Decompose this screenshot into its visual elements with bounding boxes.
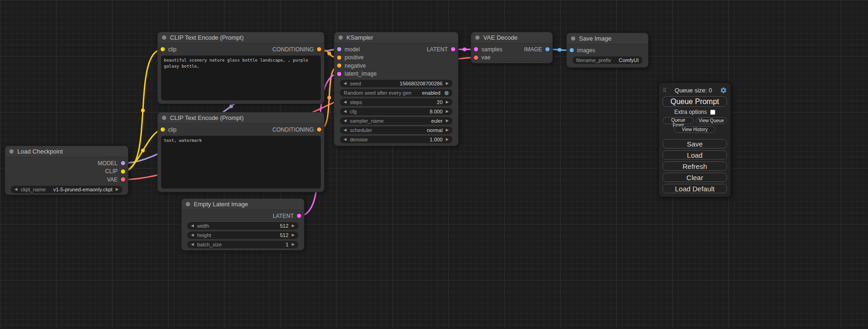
- widget-value: v1-5-pruned-emaonly.ckpt: [53, 187, 113, 192]
- increment-arrow-icon[interactable]: ▶: [292, 233, 295, 237]
- decrement-arrow-icon[interactable]: ◀: [344, 128, 346, 132]
- widget-height[interactable]: ◀ height 512 ▶: [187, 231, 298, 239]
- wire-midpoint-dot: [327, 96, 331, 99]
- widget-value: ComfyUI: [619, 57, 639, 63]
- widget-seed[interactable]: ◀ seed 156680208700286 ▶: [340, 80, 452, 87]
- input-slot-model[interactable]: [337, 47, 341, 51]
- widget-ckpt-name[interactable]: ◀ ckpt_name v1-5-pruned-emaonly.ckpt ▶: [11, 186, 122, 193]
- input-slot-latent-image[interactable]: [337, 72, 341, 76]
- node-ksampler[interactable]: KSampler model LATENT positive: [334, 32, 459, 146]
- node-empty-latent-image[interactable]: Empty Latent Image LATENT ◀ width 512 ▶ …: [181, 198, 304, 251]
- node-collapse-dot[interactable]: [339, 35, 343, 40]
- prompt-text-input[interactable]: beautiful scenery nature glass bottle la…: [161, 56, 321, 101]
- input-slot-clip[interactable]: [161, 47, 165, 51]
- increment-arrow-icon[interactable]: ▶: [446, 128, 449, 132]
- node-collapse-dot[interactable]: [571, 36, 575, 41]
- decrement-arrow-icon[interactable]: ◀: [14, 188, 17, 191]
- node-canvas[interactable]: Load Checkpoint MODEL CLIP VAE: [0, 0, 868, 329]
- output-slot-conditioning[interactable]: [317, 47, 321, 51]
- increment-arrow-icon[interactable]: ▶: [292, 224, 295, 228]
- increment-arrow-icon[interactable]: ▶: [446, 119, 449, 123]
- widget-random-seed-toggle[interactable]: Random seed after every gen enabled: [340, 89, 452, 97]
- queue-prompt-button[interactable]: Queue Prompt: [663, 96, 727, 107]
- node-title-bar[interactable]: CLIP Text Encode (Prompt): [158, 112, 324, 124]
- widget-cfg[interactable]: ◀ cfg 8.000 ▶: [340, 108, 452, 115]
- output-slot-image[interactable]: [545, 47, 550, 51]
- widget-sampler-name[interactable]: ◀ sampler_name euler ▶: [340, 117, 452, 125]
- node-title-bar[interactable]: KSampler: [334, 32, 458, 43]
- node-title-bar[interactable]: CLIP Text Encode (Prompt): [158, 32, 324, 43]
- decrement-arrow-icon[interactable]: ◀: [344, 119, 346, 123]
- view-queue-button[interactable]: View Queue: [696, 117, 727, 124]
- increment-arrow-icon[interactable]: ▶: [446, 110, 449, 113]
- extra-options-checkbox[interactable]: [710, 110, 715, 115]
- output-slot-latent[interactable]: [297, 214, 301, 218]
- node-collapse-dot[interactable]: [186, 202, 190, 206]
- widget-width[interactable]: ◀ width 512 ▶: [187, 222, 298, 230]
- prompt-text-input[interactable]: text, watermark: [161, 136, 321, 189]
- view-history-button[interactable]: View History: [674, 126, 715, 133]
- node-collapse-dot[interactable]: [162, 116, 166, 120]
- input-slot-samples[interactable]: [474, 47, 478, 51]
- increment-arrow-icon[interactable]: ▶: [446, 100, 449, 104]
- widget-denoise[interactable]: ◀ denoise 1.000 ▶: [340, 136, 452, 143]
- node-title-bar[interactable]: Empty Latent Image: [182, 199, 304, 210]
- input-label-vae: vae: [481, 54, 490, 61]
- widget-scheduler[interactable]: ◀ scheduler normal ▶: [340, 126, 452, 134]
- output-slot-latent[interactable]: [451, 47, 455, 51]
- clear-button[interactable]: Clear: [663, 173, 727, 182]
- widget-filename-prefix[interactable]: filename_prefix ComfyUI: [572, 56, 642, 64]
- load-button[interactable]: Load: [663, 150, 727, 160]
- settings-gear-icon[interactable]: [720, 87, 727, 94]
- decrement-arrow-icon[interactable]: ◀: [191, 243, 194, 246]
- output-slot-vae[interactable]: [121, 177, 125, 182]
- widget-value: 1: [286, 242, 289, 247]
- load-default-button[interactable]: Load Default: [663, 184, 727, 193]
- decrement-arrow-icon[interactable]: ◀: [344, 110, 346, 113]
- output-label-latent: LATENT: [273, 213, 294, 219]
- input-slot-vae[interactable]: [474, 56, 478, 60]
- output-slot-model[interactable]: [121, 161, 125, 165]
- decrement-arrow-icon[interactable]: ◀: [191, 224, 194, 228]
- input-slot-images[interactable]: [570, 48, 574, 52]
- input-label-negative: negative: [345, 63, 366, 69]
- input-label-clip: clip: [168, 126, 176, 133]
- widget-value: euler: [431, 118, 442, 124]
- drag-handle-icon[interactable]: ⠿: [663, 87, 667, 94]
- node-collapse-dot[interactable]: [9, 149, 14, 154]
- decrement-arrow-icon[interactable]: ◀: [191, 233, 194, 237]
- node-title-bar[interactable]: Save Image: [567, 33, 648, 44]
- node-collapse-dot[interactable]: [162, 35, 166, 40]
- node-load-checkpoint[interactable]: Load Checkpoint MODEL CLIP VAE: [5, 146, 128, 195]
- input-label-latent-image: latent_image: [345, 70, 377, 77]
- node-save-image[interactable]: Save Image images filename_prefix ComfyU…: [566, 33, 649, 68]
- input-slot-clip[interactable]: [161, 127, 165, 132]
- node-title-bar[interactable]: Load Checkpoint: [5, 146, 128, 157]
- input-slot-positive[interactable]: [337, 56, 341, 60]
- save-button[interactable]: Save: [663, 139, 727, 148]
- widget-steps[interactable]: ◀ steps 20 ▶: [340, 98, 452, 106]
- output-slot-conditioning[interactable]: [317, 127, 321, 132]
- output-slot-clip[interactable]: [121, 169, 125, 174]
- increment-arrow-icon[interactable]: ▶: [446, 138, 449, 141]
- widget-batch-size[interactable]: ◀ batch_size 1 ▶: [187, 241, 298, 248]
- slot-row: negative: [334, 62, 458, 70]
- node-vae-decode[interactable]: VAE Decode samples IMAGE vae: [471, 32, 553, 63]
- widget-label: denoise: [350, 137, 368, 142]
- node-title: CLIP Text Encode (Prompt): [170, 114, 244, 121]
- increment-arrow-icon[interactable]: ▶: [116, 188, 119, 191]
- node-clip-text-encode-positive[interactable]: CLIP Text Encode (Prompt) clip CONDITION…: [157, 32, 325, 104]
- decrement-arrow-icon[interactable]: ◀: [344, 82, 346, 85]
- node-title-bar[interactable]: VAE Decode: [471, 32, 552, 43]
- refresh-button[interactable]: Refresh: [663, 161, 727, 171]
- node-collapse-dot[interactable]: [475, 35, 480, 40]
- increment-arrow-icon[interactable]: ▶: [292, 243, 295, 246]
- increment-arrow-icon[interactable]: ▶: [446, 82, 449, 85]
- input-slot-negative[interactable]: [337, 63, 341, 68]
- decrement-arrow-icon[interactable]: ◀: [344, 138, 346, 141]
- decrement-arrow-icon[interactable]: ◀: [344, 100, 346, 104]
- queue-front-button[interactable]: Queue Front: [663, 117, 694, 124]
- wire-midpoint-dot: [558, 48, 562, 52]
- toggle-indicator-icon[interactable]: [445, 91, 449, 95]
- node-clip-text-encode-negative[interactable]: CLIP Text Encode (Prompt) clip CONDITION…: [157, 112, 325, 192]
